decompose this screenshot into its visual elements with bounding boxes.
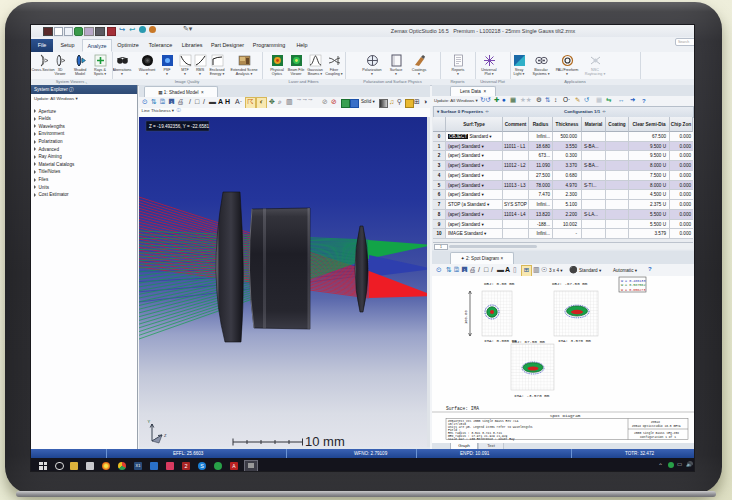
svg-text:OBJ: 67.50 mm: OBJ: 67.50 mm — [512, 340, 545, 344]
svg-text:OBJ: -67.50 mm: OBJ: -67.50 mm — [552, 282, 588, 286]
svg-text:25mm Single Gauss SEQ.zmx: 25mm Single Gauss SEQ.zmx — [634, 431, 679, 435]
svg-text:Units are µm. Legend items ref: Units are µm. Legend items refer to Wave… — [448, 425, 533, 429]
svg-text:100.00: 100.00 — [464, 310, 468, 324]
svg-text:IMA: -3.570 mm: IMA: -3.570 mm — [514, 394, 550, 398]
svg-text:Configuration 1 of 1: Configuration 1 of 1 — [640, 435, 676, 439]
svg-text:10 mm: 10 mm — [305, 434, 345, 447]
svg-text:Zemax OpticStudio 16.5 BETA: Zemax OpticStudio 16.5 BETA — [632, 424, 681, 428]
svg-text:Zemax: Zemax — [651, 421, 660, 424]
svg-text:IMA: 3.570 mm: IMA: 3.570 mm — [558, 339, 591, 343]
svg-text:W = 0.656273: W = 0.656273 — [621, 288, 645, 292]
svg-text:W = 0.587562: W = 0.587562 — [621, 283, 645, 287]
svg-text:Y: Y — [148, 419, 151, 424]
svg-text:Spot Diagram: Spot Diagram — [550, 414, 581, 418]
svg-text:Scale bar : 100 Referenc: Scale bar : 100 Reference : Chief Ray — [448, 437, 515, 441]
svg-text:OBJ: 0.00 mm: OBJ: 0.00 mm — [484, 282, 515, 286]
svg-text:Surface: IMA: Surface: IMA — [446, 406, 479, 411]
svg-text:W = 0.486133: W = 0.486133 — [621, 279, 645, 283]
svg-text:Z = -19.492356, Y = -22.6581: Z = -19.492356, Y = -22.6581 — [149, 124, 210, 129]
